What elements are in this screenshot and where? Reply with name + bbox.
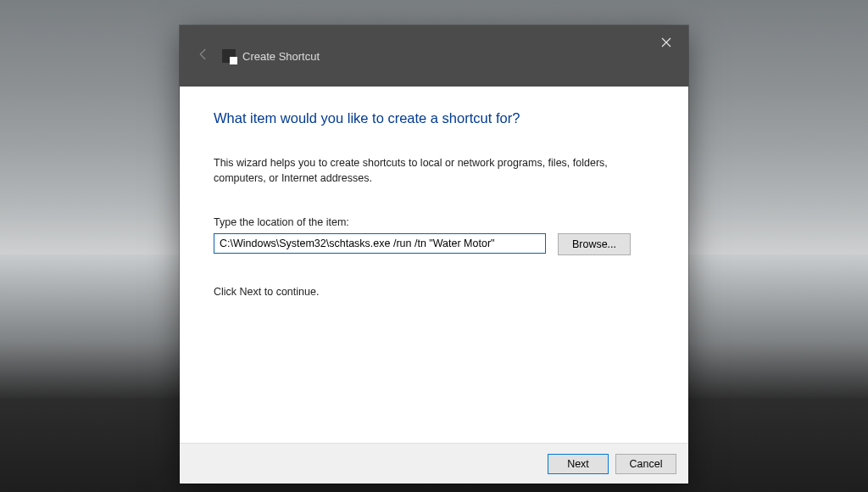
next-button[interactable]: Next — [548, 454, 609, 474]
arrow-left-icon — [196, 47, 211, 65]
page-heading: What item would you like to create a sho… — [214, 110, 654, 126]
close-icon — [661, 36, 671, 51]
window-title: Create Shortcut — [242, 50, 320, 63]
back-button[interactable] — [188, 41, 219, 71]
shortcut-icon — [222, 49, 236, 63]
wizard-content: What item would you like to create a sho… — [180, 87, 688, 443]
desktop-background: Create Shortcut What item would you like… — [0, 0, 868, 492]
continue-hint: Click Next to continue. — [214, 286, 654, 298]
close-button[interactable] — [649, 31, 683, 56]
create-shortcut-window: Create Shortcut What item would you like… — [180, 25, 688, 484]
cancel-button[interactable]: Cancel — [615, 454, 676, 474]
titlebar[interactable]: Create Shortcut — [180, 25, 688, 87]
wizard-footer: Next Cancel — [180, 443, 688, 484]
wizard-description: This wizard helps you to create shortcut… — [214, 155, 620, 186]
location-input[interactable] — [214, 233, 546, 254]
browse-button[interactable]: Browse... — [558, 233, 631, 255]
location-label: Type the location of the item: — [214, 216, 654, 228]
location-row: Browse... — [214, 233, 654, 255]
